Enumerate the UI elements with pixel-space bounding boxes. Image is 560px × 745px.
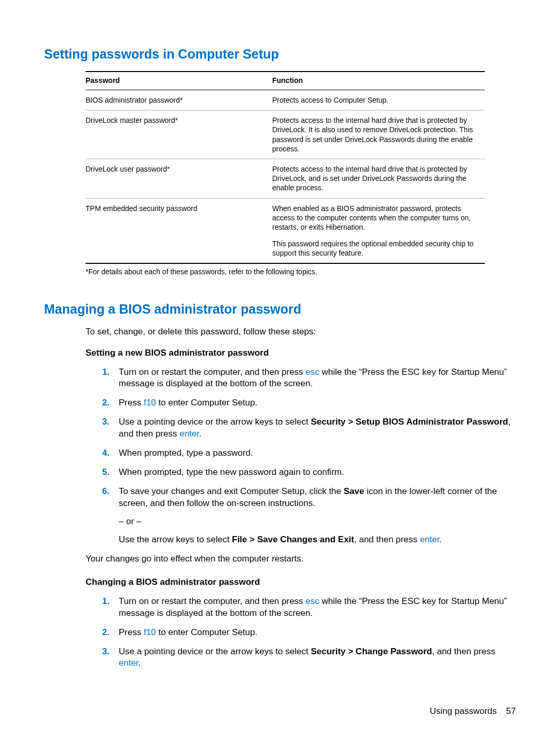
- step-item: 6. To save your changes and exit Compute…: [102, 486, 516, 546]
- step-item: 3. Use a pointing device or the arrow ke…: [102, 416, 516, 440]
- step-text: Use the arrow keys to select: [119, 535, 232, 544]
- key-enter: enter: [179, 429, 199, 439]
- page-number: 57: [506, 706, 516, 716]
- cell-function: Protects access to the internal hard dri…: [272, 159, 485, 198]
- result-text: Your changes go into effect when the com…: [86, 553, 516, 565]
- step-item: 2. Press f10 to enter Computer Setup.: [102, 627, 516, 639]
- key-esc: esc: [305, 596, 319, 606]
- step-number: 3.: [102, 646, 109, 658]
- or-separator: – or –: [119, 516, 516, 528]
- menu-path: File > Save Changes and Exit: [232, 535, 354, 544]
- menu-path: Security > Change Password: [311, 646, 432, 656]
- step-text: , and then press: [432, 646, 495, 656]
- th-password: Password: [86, 72, 272, 90]
- step-text: , and then press: [354, 535, 420, 544]
- step-text: Turn on or restart the computer, and the…: [119, 367, 305, 377]
- step-item: 5. When prompted, type the new password …: [102, 467, 516, 479]
- step-text: .: [138, 658, 141, 668]
- step-text: to enter Computer Setup.: [156, 627, 258, 637]
- table-row: TPM embedded security password When enab…: [86, 198, 485, 263]
- step-number: 2.: [102, 397, 109, 409]
- subheading-setting-new: Setting a new BIOS administrator passwor…: [86, 347, 516, 359]
- step-text: to enter Computer Setup.: [156, 398, 258, 407]
- table-footnote: *For details about each of these passwor…: [86, 267, 516, 276]
- cell-password: DriveLock master password*: [86, 110, 272, 159]
- step-item: 1. Turn on or restart the computer, and …: [102, 596, 516, 620]
- cell-password: DriveLock user password*: [86, 159, 272, 198]
- step-text: .: [439, 535, 442, 544]
- step-number: 2.: [102, 627, 109, 639]
- step-text: Press: [119, 398, 144, 407]
- step-text: Use a pointing device or the arrow keys …: [119, 417, 311, 427]
- step-text: Turn on or restart the computer, and the…: [119, 596, 305, 606]
- step-text: When prompted, type the new password aga…: [119, 467, 344, 477]
- steps-changing: 1. Turn on or restart the computer, and …: [102, 596, 516, 670]
- menu-path: Security > Setup BIOS Administrator Pass…: [311, 417, 508, 427]
- page-footer: Using passwords57: [430, 706, 516, 716]
- step-alt: Use the arrow keys to select File > Save…: [119, 534, 516, 546]
- table-row: DriveLock user password* Protects access…: [86, 159, 485, 198]
- cell-function-p1: When enabled as a BIOS administrator pas…: [272, 204, 485, 232]
- step-text: When prompted, type a password.: [119, 448, 253, 458]
- step-text: To save your changes and exit Computer S…: [119, 486, 344, 496]
- table-row: DriveLock master password* Protects acce…: [86, 110, 485, 159]
- step-text: Press: [119, 627, 144, 637]
- password-table: Password Function BIOS administrator pas…: [86, 71, 485, 264]
- step-number: 1.: [102, 596, 109, 608]
- heading-setting-passwords: Setting passwords in Computer Setup: [44, 47, 516, 62]
- key-f10: f10: [144, 398, 156, 407]
- th-function: Function: [272, 72, 485, 90]
- step-number: 3.: [102, 416, 109, 428]
- step-item: 2. Press f10 to enter Computer Setup.: [102, 397, 516, 409]
- cell-function: Protects access to the internal hard dri…: [272, 110, 485, 159]
- subheading-changing: Changing a BIOS administrator password: [86, 577, 516, 588]
- intro-text: To set, change, or delete this password,…: [86, 326, 516, 338]
- cell-function-p2: This password requires the optional embe…: [272, 239, 485, 258]
- cell-function: Protects access to Computer Setup.: [272, 90, 485, 110]
- key-enter: enter: [119, 658, 138, 668]
- step-number: 1.: [102, 367, 109, 378]
- step-item: 1. Turn on or restart the computer, and …: [102, 367, 516, 390]
- password-table-wrap: Password Function BIOS administrator pas…: [86, 71, 516, 264]
- key-f10: f10: [144, 627, 156, 637]
- step-text: .: [199, 429, 202, 439]
- heading-managing-bios: Managing a BIOS administrator password: [44, 302, 516, 317]
- table-row: BIOS administrator password* Protects ac…: [86, 90, 485, 110]
- step-item: 4. When prompted, type a password.: [102, 447, 516, 459]
- step-number: 6.: [102, 486, 109, 498]
- step-number: 4.: [102, 447, 109, 459]
- cell-function: When enabled as a BIOS administrator pas…: [272, 198, 485, 263]
- footer-section-label: Using passwords: [430, 706, 497, 716]
- step-text: Use a pointing device or the arrow keys …: [119, 646, 311, 656]
- step-number: 5.: [102, 467, 109, 479]
- save-icon-label: Save: [344, 486, 365, 496]
- step-item: 3. Use a pointing device or the arrow ke…: [102, 646, 516, 670]
- cell-password: TPM embedded security password: [86, 198, 272, 263]
- cell-password: BIOS administrator password*: [86, 90, 272, 110]
- key-esc: esc: [305, 367, 319, 377]
- steps-setting-new: 1. Turn on or restart the computer, and …: [102, 367, 516, 546]
- key-enter: enter: [420, 535, 440, 544]
